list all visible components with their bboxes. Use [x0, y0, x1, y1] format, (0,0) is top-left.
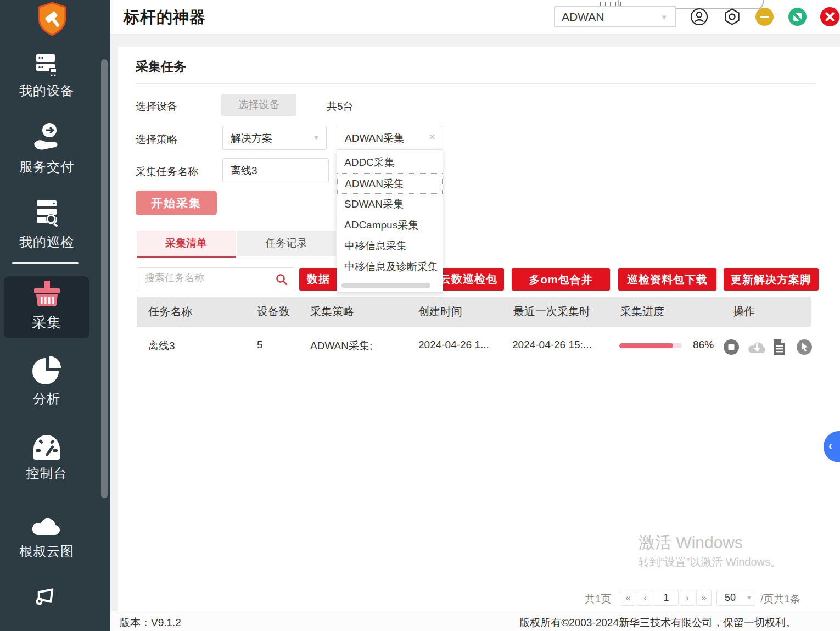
upload-button-left-text: 数据	[307, 268, 330, 291]
sidebar: 我的设备 服务交付	[0, 0, 110, 631]
pagination-first-button[interactable]: «	[620, 590, 636, 606]
server-search-icon	[32, 221, 61, 231]
windows-watermark-title: 激活 Windows	[639, 532, 743, 554]
cell-created: 2024-04-26 1...	[418, 339, 489, 351]
sidebar-divider	[12, 262, 79, 264]
delivery-hand-icon	[30, 146, 64, 155]
sidebar-item-my-devices[interactable]: 我的设备	[0, 52, 93, 99]
cell-devices: 5	[257, 339, 263, 351]
gauge-icon	[31, 453, 62, 462]
pagination-total-pages: 共1页	[585, 592, 612, 606]
page-title: 采集任务	[136, 58, 186, 75]
pagination-last-button[interactable]: »	[696, 590, 712, 606]
select-device-button[interactable]: 选择设备	[221, 94, 296, 116]
footer-bar: 版本：V9.1.2 版权所有©2003-2024新华三技术有限公司，保留一切权利…	[110, 611, 840, 631]
close-icon[interactable]	[820, 7, 839, 26]
chevron-left-icon: ‹	[828, 439, 832, 452]
server-icon	[33, 70, 60, 79]
sidebar-item-label: 根叔云图	[0, 543, 93, 560]
policy-dropdown: ADDC采集 ADWAN采集 SDWAN采集 ADCampus采集 中移信息采集…	[337, 149, 443, 293]
chevron-down-icon: ▼	[660, 13, 668, 21]
version-label: 版本：V9.1.2	[120, 616, 181, 630]
sidebar-item-announce[interactable]	[0, 584, 93, 611]
dropdown-item[interactable]: 中移信息及诊断采集	[337, 256, 443, 277]
sidebar-item-service-delivery[interactable]: 服务交付	[0, 122, 93, 176]
col-progress: 采集进度	[620, 304, 664, 319]
download-inspection-button[interactable]: 巡检资料包下载	[618, 268, 716, 291]
pie-chart-icon	[32, 378, 61, 387]
cell-policy: ADWAN采集;	[310, 339, 372, 353]
tab-task-record[interactable]: 任务记录	[237, 231, 336, 256]
merge-om-button[interactable]: 多om包合并	[512, 268, 610, 291]
sidebar-item-label: 分析	[0, 390, 93, 407]
progress-fill	[619, 343, 673, 348]
sidebar-item-label: 服务交付	[0, 158, 93, 176]
pagination-next-button[interactable]: ›	[680, 590, 695, 606]
sidebar-item-console[interactable]: 控制台	[0, 433, 93, 482]
upload-button-right-text: 云数巡检包	[440, 268, 497, 291]
pagination-suffix: /页共1条	[760, 592, 800, 606]
col-last: 最近一次采集时	[513, 304, 590, 319]
search-box	[137, 267, 295, 291]
start-collect-button[interactable]: 开始采集	[136, 191, 217, 215]
col-actions: 操作	[733, 304, 755, 319]
cloud-icon	[31, 531, 63, 540]
task-name-field[interactable]: 离线3	[222, 158, 329, 182]
col-created: 创建时间	[418, 304, 462, 319]
dropdown-item[interactable]: ADDC采集	[337, 152, 443, 173]
cloud-download-icon[interactable]	[748, 339, 766, 358]
sidebar-item-label: 采集	[0, 313, 93, 332]
sidebar-item-cloud-map[interactable]: 根叔云图	[0, 511, 93, 560]
environment-select[interactable]: ADWAN ▼	[554, 6, 676, 27]
progress-label: 86%	[693, 339, 714, 351]
dropdown-scrollbar[interactable]	[341, 283, 430, 288]
dropdown-item[interactable]: 中移信息采集	[337, 236, 443, 256]
table-row: 离线3 5 ADWAN采集; 2024-04-26 1... 2024-04-2…	[137, 327, 811, 365]
col-devices: 设备数	[257, 304, 290, 319]
user-icon[interactable]	[690, 8, 708, 28]
progress-bar	[619, 343, 682, 348]
dropdown-item[interactable]: SDWAN采集	[337, 194, 443, 215]
search-icon[interactable]	[275, 273, 288, 288]
sidebar-item-analysis[interactable]: 分析	[0, 355, 93, 407]
page-size-value: 50	[725, 592, 736, 604]
task-name-value: 离线3	[231, 164, 257, 178]
policy-type-select-value: ADWAN采集	[345, 131, 404, 146]
sidebar-scrollbar[interactable]	[101, 59, 108, 498]
col-policy: 采集策略	[310, 304, 354, 319]
sidebar-item-my-inspection[interactable]: 我的巡检	[0, 199, 93, 251]
windows-watermark-subtitle: 转到“设置”以激活 Windows。	[639, 555, 781, 569]
cell-last: 2024-04-26 15:...	[512, 339, 592, 351]
search-input[interactable]	[144, 272, 272, 284]
section-divider	[136, 83, 816, 84]
pagination-prev-button[interactable]: ‹	[637, 590, 653, 606]
device-label: 选择设备	[136, 99, 177, 114]
pagination-page-input[interactable]: 1	[654, 590, 679, 606]
policy-select[interactable]: 解决方案 ▼	[222, 126, 327, 150]
sidebar-item-collect[interactable]: 采集	[0, 280, 93, 332]
environment-select-value: ADWAN	[562, 10, 604, 24]
sidebar-item-label: 我的巡检	[0, 233, 93, 251]
chevron-down-icon: ▼	[313, 134, 320, 142]
sidebar-item-label: 我的设备	[0, 82, 93, 99]
gear-icon[interactable]	[723, 8, 741, 28]
sidebar-item-label: 控制台	[0, 465, 93, 482]
dropdown-item[interactable]: ADCampus采集	[337, 215, 443, 236]
stop-icon[interactable]	[723, 339, 740, 358]
app-title: 标杆的神器	[124, 7, 206, 29]
update-script-button[interactable]: 更新解决方案脚本	[724, 268, 819, 291]
dropdown-item-selected[interactable]: ADWAN采集	[337, 173, 443, 194]
page-size-select[interactable]: 50 ▼	[716, 590, 755, 606]
device-count: 共5台	[327, 99, 354, 114]
pointer-icon[interactable]	[796, 339, 813, 358]
header-bar: 标杆的神器 ADWAN ▼	[110, 0, 840, 35]
chevron-down-icon: ▼	[746, 594, 752, 601]
task-name-label: 采集任务名称	[136, 165, 198, 179]
file-icon[interactable]	[772, 339, 786, 359]
minimize-icon[interactable]	[755, 8, 774, 26]
copyright-text: 版权所有©2003-2024新华三技术有限公司，保留一切权利。	[519, 616, 796, 630]
tab-collect-list[interactable]: 采集清单	[137, 231, 236, 256]
maximize-icon[interactable]	[788, 8, 807, 26]
policy-type-select[interactable]: ADWAN采集 ✕	[337, 126, 443, 150]
clear-icon[interactable]: ✕	[429, 132, 436, 142]
